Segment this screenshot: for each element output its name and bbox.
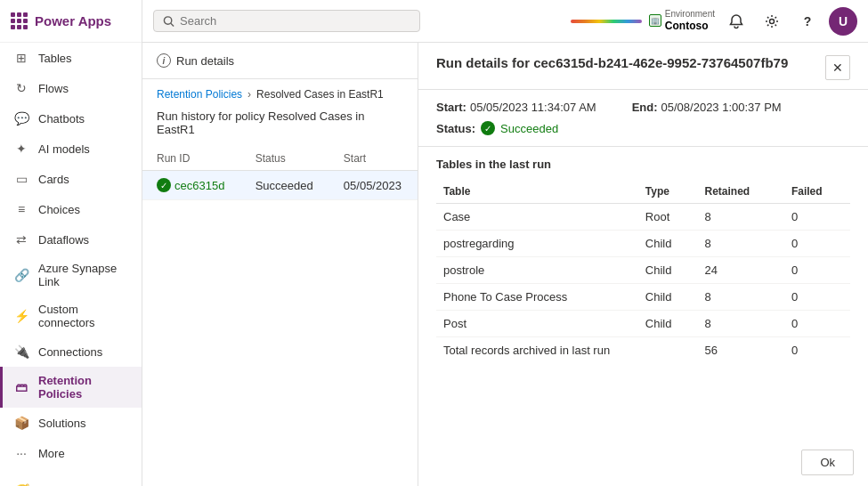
col-status: Status <box>241 147 329 171</box>
search-icon <box>163 15 174 28</box>
cell-failed: 0 <box>784 284 850 311</box>
sidebar-label-tables: Tables <box>38 52 72 65</box>
end-label: End: <box>632 101 658 114</box>
sidebar-header: Power Apps <box>0 0 142 43</box>
sidebar-item-discover[interactable]: 🧭 Discover <box>0 475 142 486</box>
breadcrumb-separator: › <box>247 88 251 101</box>
sidebar-label-azure-synapse: Azure Synapse Link <box>38 262 131 288</box>
breadcrumb-parent[interactable]: Retention Policies <box>157 88 242 101</box>
col-start: Start <box>329 147 418 171</box>
col-table: Table <box>436 180 638 204</box>
sidebar-label-cards: Cards <box>38 173 69 186</box>
azure-synapse-icon: 🔗 <box>13 267 29 283</box>
bell-icon <box>728 13 744 29</box>
custom-connectors-icon: ⚡ <box>13 308 29 324</box>
cell-type <box>638 337 698 364</box>
notification-button[interactable] <box>722 7 750 36</box>
run-status-cell: Succeeded <box>241 171 329 200</box>
sidebar-item-choices[interactable]: ≡ Choices <box>0 194 142 224</box>
sidebar-label-flows: Flows <box>38 82 69 95</box>
right-panel-header: Run details for cec6315d-b241-462e-9952-… <box>418 43 868 90</box>
data-table: Table Type Retained Failed Case Root 8 0… <box>436 180 850 363</box>
env-icon: 🏢 <box>649 14 661 27</box>
run-table: Run ID Status Start ✓ cec6315d Succe <box>142 147 418 200</box>
col-retained: Retained <box>697 180 783 204</box>
sidebar-item-connections[interactable]: 🔌 Connections <box>0 336 142 367</box>
run-details: Start: 05/05/2023 11:34:07 AM End: 05/08… <box>418 90 868 147</box>
apps-grid-icon[interactable] <box>11 12 28 29</box>
settings-button[interactable] <box>758 7 786 36</box>
close-button[interactable]: ✕ <box>825 55 850 80</box>
sidebar-item-retention-policies[interactable]: 🗃 Retention Policies <box>0 367 142 408</box>
sidebar-label-retention-policies: Retention Policies <box>38 374 131 401</box>
flows-icon: ↻ <box>13 80 29 96</box>
search-input[interactable] <box>180 14 410 28</box>
run-id-cell: ✓ cec6315d <box>142 171 241 200</box>
run-status-row: Status: ✓ Succeeded <box>436 121 850 135</box>
sidebar-item-custom-connectors[interactable]: ⚡ Custom connectors <box>0 296 142 336</box>
environment-badge: 🏢 Environment Contoso <box>649 9 715 32</box>
right-panel-title: Run details for cec6315d-b241-462e-9952-… <box>436 55 788 70</box>
cell-failed: 0 <box>784 257 850 284</box>
sidebar-label-solutions: Solutions <box>38 417 85 430</box>
sidebar-item-azure-synapse[interactable]: 🔗 Azure Synapse Link <box>0 255 142 296</box>
cell-type: Root <box>638 204 698 231</box>
cards-icon: ▭ <box>13 171 29 187</box>
gear-icon <box>765 14 779 28</box>
main-container: 🏢 Environment Contoso ? <box>142 0 868 486</box>
sidebar-label-custom-connectors: Custom connectors <box>38 303 131 329</box>
info-icon: i <box>157 53 171 68</box>
sidebar: Power Apps ⊞ Tables ↻ Flows 💬 Chatbots ✦… <box>0 0 142 486</box>
col-run-id: Run ID <box>142 147 241 171</box>
sidebar-label-choices: Choices <box>38 203 80 216</box>
cell-retained: 8 <box>697 204 783 231</box>
cell-table-name: Phone To Case Process <box>436 284 638 311</box>
cell-retained: 8 <box>697 231 783 257</box>
avatar-initial: U <box>839 14 848 28</box>
table-row: Case Root 8 0 <box>436 204 850 231</box>
sidebar-item-more[interactable]: ··· More <box>0 438 142 468</box>
cell-failed: 0 <box>784 337 850 364</box>
end-value: 05/08/2023 1:00:37 PM <box>661 101 782 114</box>
help-button[interactable]: ? <box>793 7 822 36</box>
sidebar-item-tables[interactable]: ⊞ Tables <box>0 43 142 73</box>
sidebar-label-chatbots: Chatbots <box>38 112 85 126</box>
ok-button[interactable]: Ok <box>801 450 854 475</box>
cell-failed: 0 <box>784 311 850 337</box>
cell-retained: 8 <box>697 311 783 337</box>
table-row[interactable]: ✓ cec6315d Succeeded 05/05/2023 <box>142 171 418 200</box>
table-row: Post Child 8 0 <box>436 311 850 337</box>
table-row: postregarding Child 8 0 <box>436 231 850 257</box>
help-icon: ? <box>804 14 812 28</box>
breadcrumb-current: Resolved Cases in EastR1 <box>256 88 384 101</box>
sidebar-item-dataflows[interactable]: ⇄ Dataflows <box>0 224 142 255</box>
sidebar-item-flows[interactable]: ↻ Flows <box>0 73 142 103</box>
sidebar-item-solutions[interactable]: 📦 Solutions <box>0 408 142 438</box>
tables-section: Tables in the last run Table Type Retain… <box>418 147 868 486</box>
success-icon: ✓ <box>157 178 171 192</box>
cell-table-name: Total records archived in last run <box>436 337 638 364</box>
run-history-label: Run history for policy Resolved Cases in… <box>142 106 418 147</box>
cell-table-name: postrole <box>436 257 638 284</box>
search-box[interactable] <box>153 10 420 32</box>
panel-header: i Run details <box>142 43 418 79</box>
chatbots-icon: 💬 <box>13 110 29 126</box>
cell-table-name: Case <box>436 204 638 231</box>
user-avatar[interactable]: U <box>829 7 857 36</box>
sidebar-item-cards[interactable]: ▭ Cards <box>0 164 142 194</box>
sidebar-label-ai-models: AI models <box>38 142 90 156</box>
sidebar-item-ai-models[interactable]: ✦ AI models <box>0 134 142 164</box>
cell-retained: 56 <box>697 337 783 364</box>
start-label: Start: <box>436 101 466 114</box>
table-row: Phone To Case Process Child 8 0 <box>436 284 850 311</box>
cell-table-name: postregarding <box>436 231 638 257</box>
sidebar-item-chatbots[interactable]: 💬 Chatbots <box>0 103 142 134</box>
run-start-item: Start: 05/05/2023 11:34:07 AM <box>436 101 596 114</box>
status-check-icon: ✓ <box>481 121 495 135</box>
col-failed: Failed <box>784 180 850 204</box>
col-type: Type <box>638 180 698 204</box>
svg-line-1 <box>171 23 174 26</box>
sidebar-label-connections: Connections <box>38 345 102 359</box>
topbar: 🏢 Environment Contoso ? <box>142 0 868 43</box>
table-row: postrole Child 24 0 <box>436 257 850 284</box>
